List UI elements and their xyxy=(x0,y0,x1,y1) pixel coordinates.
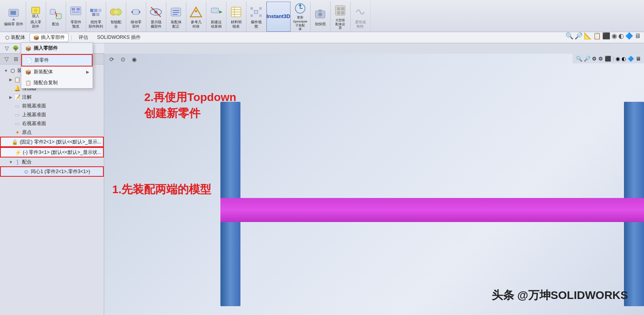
svg-rect-44 xyxy=(259,14,262,17)
svg-marker-2 xyxy=(12,18,15,20)
filter-icon[interactable]: ▽ xyxy=(3,45,10,52)
explode-view-icon xyxy=(249,5,263,19)
toolbar-move-component[interactable]: 移动零部件 xyxy=(126,2,146,32)
toolbar-flexible-rigid[interactable]: 柔性或刚性 xyxy=(351,2,371,32)
svg-rect-54 xyxy=(337,7,340,10)
toolbar-assemble[interactable]: 配合 xyxy=(46,2,66,32)
svg-rect-57 xyxy=(341,11,344,14)
toolbar-new-motion[interactable]: 新建运动算例 xyxy=(206,2,226,32)
tree-item-part3[interactable]: ⚡ (-) 零件3<1> (默认<<默认>_显示状... xyxy=(0,147,104,158)
toolbar-material-table-label: 材料明细表 xyxy=(231,20,242,29)
toolbar-align-mates[interactable]: 装配体配正 xyxy=(166,2,186,32)
toolbar-reference-geom[interactable]: 参考几何体 xyxy=(186,2,206,32)
toolbar-new-motion-label: 新建运动算例 xyxy=(211,20,222,29)
toolbar-edit-part[interactable]: 编辑零 部件 xyxy=(2,2,26,32)
display-icon[interactable]: 🖥 xyxy=(634,32,641,40)
svg-rect-17 xyxy=(96,13,99,16)
dropdown-header: 📦 插入零部件 xyxy=(21,43,93,54)
dropdown-new-part[interactable]: 📄 新零件 xyxy=(21,54,93,67)
solidworks-plugins-tab[interactable]: SOLIDWORKS 插件 xyxy=(93,33,145,42)
part3-icon: ⚡ xyxy=(14,149,22,156)
top-plane-label: 上视基准面 xyxy=(22,111,46,118)
assemble-icon xyxy=(48,7,63,21)
tree-item-front-plane[interactable]: ▭ 前视基准面 xyxy=(0,101,104,110)
move-component-icon xyxy=(129,5,143,19)
half-sphere-icon[interactable]: ◐ xyxy=(618,32,624,40)
zoom-icon[interactable]: 🔎 xyxy=(575,32,583,40)
svg-line-46 xyxy=(258,10,259,11)
viewport-circle-icon[interactable]: ⊙ xyxy=(119,55,127,64)
toolbar-smart-mates[interactable]: 智能配合 xyxy=(106,2,126,32)
new-part-icon: 📄 xyxy=(26,58,32,63)
toolbar-snapshot[interactable]: 拍快照 xyxy=(311,2,331,32)
expand-icon[interactable]: ⊞ xyxy=(12,55,20,63)
evaluate-tab[interactable]: 评估 xyxy=(75,33,92,42)
options-icon[interactable]: 📋 xyxy=(593,32,601,40)
dropdown-random-copy[interactable]: 📋 随配合复制 xyxy=(21,77,93,88)
svg-rect-10 xyxy=(72,8,75,10)
dropdown-header-label: 插入零部件 xyxy=(34,45,58,52)
tree-item-top-plane[interactable]: ▭ 上视基准面 xyxy=(0,110,104,119)
toolbar-large-assembly[interactable]: 大型装配体设置 xyxy=(331,2,351,32)
viewport-expand-icon[interactable]: ⟳ xyxy=(107,55,116,64)
viewport-mates-icon[interactable]: ◉ xyxy=(130,55,139,64)
cube-icon[interactable]: ⬛ xyxy=(602,32,610,40)
toolbar-insert-part-label: 插入零部件 xyxy=(30,20,41,29)
expand-arrow: ▼ xyxy=(3,69,9,73)
origin-label: 原点 xyxy=(22,129,32,136)
sphere-icon[interactable]: ◉ xyxy=(612,32,617,40)
toolbar-assemble-label: 配合 xyxy=(52,22,59,26)
svg-rect-40 xyxy=(254,10,258,14)
dropdown-new-assembly[interactable]: 📦 新装配体 ▶ xyxy=(21,67,93,77)
concentric1-icon: ⊙ xyxy=(22,168,30,175)
annotation-assemble: 1.先装配两端的模型 xyxy=(112,182,211,197)
svg-line-45 xyxy=(253,10,254,11)
svg-rect-11 xyxy=(77,8,80,10)
toolbar-material-table[interactable]: 材料明细表 xyxy=(226,2,246,32)
toolbar-linear-array-label: 线性零部件阵列 xyxy=(89,20,103,29)
viewport-toolbar: ⟳ ⊙ ◉ xyxy=(104,54,644,65)
toolbar-insert-part[interactable]: 插入 插入零部件 xyxy=(26,2,46,32)
tree-item-mates[interactable]: ▼ ⟆ 配合 xyxy=(0,158,104,166)
filter-icon[interactable]: ▽ xyxy=(2,55,10,63)
toolbar-component-preview-label: 零部件预览 xyxy=(71,20,81,29)
front-plane-icon: ▭ xyxy=(14,102,21,109)
mates-label: 配合 xyxy=(22,159,32,166)
search-icon[interactable]: 🔍 xyxy=(565,32,573,40)
toolbar-reference-geom-label: 参考几何体 xyxy=(191,20,202,29)
expand-arrow-mates: ▼ xyxy=(8,160,14,164)
new-assembly-label: 新装配体 xyxy=(34,69,53,75)
horizontal-bar-shape xyxy=(220,198,644,222)
mates-icon: ⟆ xyxy=(14,158,21,166)
toolbar-component-preview[interactable]: 零部件预览 xyxy=(66,2,86,32)
tree-icon[interactable]: 🌳 xyxy=(12,45,19,52)
feature-tree-panel: ▽ ⊞ ▼ ⬡ 装配体2 (默认<默认_显示状态-1>) ▶ 📋 History… xyxy=(0,54,104,315)
random-copy-label: 随配合复制 xyxy=(34,79,58,86)
toolbar-right-icons: 🔍 🔎 📐 📋 ⬛ ◉ ◐ 🔷 🖥 xyxy=(565,32,641,40)
tree-item-concentric1[interactable]: ⊙ 同心1 (零件2<1>,零件3<1>) xyxy=(0,166,104,177)
toolbar-show-hide[interactable]: 显示隐藏部件 xyxy=(146,2,166,32)
component-preview-icon xyxy=(69,5,83,19)
svg-point-32 xyxy=(195,10,197,12)
toolbar-update-speedpak[interactable]: 更新Speedpak子装配体 xyxy=(291,2,311,32)
edit-part-icon xyxy=(6,7,21,21)
toolbar-explode-view[interactable]: 爆炸视图 xyxy=(246,2,266,32)
toolbar-snapshot-label: 拍快照 xyxy=(315,22,326,26)
toolbar-linear-array[interactable]: 线性零部件阵列 xyxy=(86,2,106,32)
tree-item-notes[interactable]: ▶ 📝 注解 xyxy=(0,93,104,101)
toolbar-instant3d[interactable]: Instant3D xyxy=(266,2,291,32)
toolbar-show-hide-label: 显示隐藏部件 xyxy=(151,20,162,29)
tree-item-part2[interactable]: 🔒 (固定) 零件2<1> (默认<<默认>_显示... xyxy=(0,137,104,147)
insert-parts-btn[interactable]: 📦 插入零部件 xyxy=(30,33,69,42)
diamond-icon[interactable]: 🔷 xyxy=(625,32,633,40)
new-part-label: 新零件 xyxy=(34,57,49,64)
tree-item-origin[interactable]: ✦ 原点 xyxy=(0,128,104,137)
measure-icon[interactable]: 📐 xyxy=(584,32,592,40)
new-assembly-icon: 📦 xyxy=(25,69,31,75)
annotation-topdown2: 创建新零件 xyxy=(144,106,200,121)
linear-array-icon xyxy=(89,5,103,19)
main-viewport: ⟳ ⊙ ◉ 2.再使用Topdown 创建新零件 1.先装配两端的模型 头条 @… xyxy=(104,54,644,315)
tree-item-right-plane[interactable]: ▭ 右视基准面 xyxy=(0,119,104,128)
assembly-btn[interactable]: ⬡ 装配体 xyxy=(2,33,29,42)
toolbar-align-mates-label: 装配体配正 xyxy=(171,20,182,29)
